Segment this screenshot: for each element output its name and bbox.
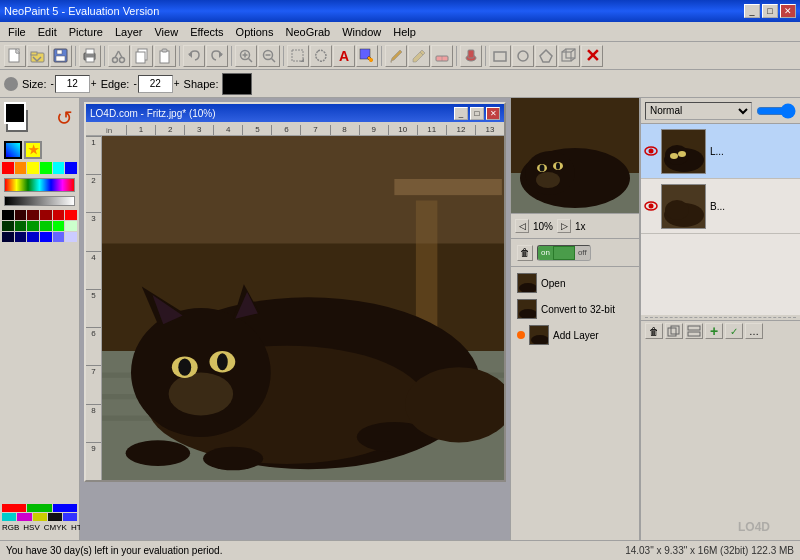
star-icon[interactable]: ★ [24, 141, 42, 159]
layer-more-btn[interactable]: … [745, 323, 763, 339]
foreground-color-swatch[interactable] [4, 102, 26, 124]
fill-button[interactable] [356, 45, 378, 67]
polygon-shape-button[interactable] [535, 45, 557, 67]
gray-spectrum[interactable] [4, 196, 75, 206]
blend-mode-select[interactable]: Normal [645, 102, 752, 120]
copy-button[interactable] [131, 45, 153, 67]
rect-shape-button[interactable] [489, 45, 511, 67]
pencil-button[interactable] [408, 45, 430, 67]
open-button[interactable] [27, 45, 49, 67]
menu-options[interactable]: Options [230, 24, 280, 40]
pc-g2[interactable] [15, 221, 27, 231]
layer-item-1[interactable]: L... [641, 124, 800, 179]
palette-green[interactable] [40, 162, 52, 174]
pc-dg[interactable] [2, 221, 14, 231]
edge-input[interactable] [138, 75, 173, 93]
minimize-button[interactable]: _ [744, 4, 760, 18]
size-minus[interactable]: - [50, 78, 53, 89]
edge-minus[interactable]: - [133, 78, 136, 89]
pc-b3[interactable] [27, 232, 39, 242]
layer-eye-2[interactable] [643, 198, 659, 214]
layer-eye-1[interactable] [643, 143, 659, 159]
pc-black[interactable] [2, 210, 14, 220]
pc-red2[interactable] [27, 210, 39, 220]
menu-window[interactable]: Window [336, 24, 387, 40]
layer-op-open[interactable]: Open [515, 271, 635, 295]
print-button[interactable] [79, 45, 101, 67]
size-plus[interactable]: + [91, 78, 97, 89]
image-minimize[interactable]: _ [454, 107, 468, 120]
new-button[interactable] [4, 45, 26, 67]
zoom-out-button[interactable] [258, 45, 280, 67]
zoom-next[interactable]: ▷ [557, 219, 571, 233]
edge-plus[interactable]: + [174, 78, 180, 89]
pc-red5[interactable] [65, 210, 77, 220]
layer-dup-btn[interactable] [665, 323, 683, 339]
size-input[interactable] [55, 75, 90, 93]
pc-lb[interactable] [65, 232, 77, 242]
shape-preview[interactable] [222, 73, 252, 95]
text-button[interactable]: A [333, 45, 355, 67]
zoom-in-button[interactable] [235, 45, 257, 67]
brush-small[interactable] [4, 77, 18, 91]
ellipse-shape-button[interactable] [512, 45, 534, 67]
palette-yellow[interactable] [27, 162, 39, 174]
menu-view[interactable]: View [148, 24, 184, 40]
close-button[interactable]: ✕ [780, 4, 796, 18]
pc-db[interactable] [2, 232, 14, 242]
layer-op-add[interactable]: Add Layer [515, 323, 635, 347]
menu-picture[interactable]: Picture [63, 24, 109, 40]
color-picker-icon[interactable] [4, 141, 22, 159]
layer-add-btn[interactable]: + [705, 323, 723, 339]
menu-neograb[interactable]: NeoGrab [280, 24, 337, 40]
color-spectrum[interactable] [4, 178, 75, 192]
pc-lg[interactable] [65, 221, 77, 231]
box-3d-button[interactable] [558, 45, 580, 67]
menu-layer[interactable]: Layer [109, 24, 149, 40]
stamp-button[interactable] [460, 45, 482, 67]
pc-b2[interactable] [15, 232, 27, 242]
pc-b5[interactable] [53, 232, 65, 242]
toggle-slider[interactable] [553, 246, 575, 260]
image-maximize[interactable]: □ [470, 107, 484, 120]
menu-help[interactable]: Help [387, 24, 422, 40]
pc-darkred[interactable] [15, 210, 27, 220]
palette-blue[interactable] [65, 162, 77, 174]
pc-g3[interactable] [27, 221, 39, 231]
brush-button[interactable] [385, 45, 407, 67]
layer-merge-btn[interactable] [685, 323, 703, 339]
eraser-button[interactable] [431, 45, 453, 67]
layer-delete-icon[interactable]: 🗑 [517, 245, 533, 261]
layer-delete-btn[interactable]: 🗑 [645, 323, 663, 339]
redo-button[interactable] [206, 45, 228, 67]
layer-visibility-toggle[interactable]: on off [537, 245, 591, 261]
color-swap-icon[interactable]: ↺ [56, 106, 73, 130]
pc-g5[interactable] [53, 221, 65, 231]
pc-b4[interactable] [40, 232, 52, 242]
paste-button[interactable] [154, 45, 176, 67]
image-title-controls[interactable]: _ □ ✕ [454, 107, 500, 120]
pc-red3[interactable] [40, 210, 52, 220]
menu-file[interactable]: File [2, 24, 32, 40]
undo-button[interactable] [183, 45, 205, 67]
opacity-slider[interactable] [756, 107, 796, 115]
pc-g4[interactable] [40, 221, 52, 231]
palette-red[interactable] [2, 162, 14, 174]
pc-red4[interactable] [53, 210, 65, 220]
cut-button[interactable] [108, 45, 130, 67]
canvas[interactable] [102, 136, 504, 480]
menu-edit[interactable]: Edit [32, 24, 63, 40]
palette-cyan[interactable] [53, 162, 65, 174]
select-rect-button[interactable] [287, 45, 309, 67]
title-bar-controls[interactable]: _ □ ✕ [744, 4, 796, 18]
zoom-prev[interactable]: ◁ [515, 219, 529, 233]
layer-item-2[interactable]: B... [641, 179, 800, 234]
save-button[interactable] [50, 45, 72, 67]
maximize-button[interactable]: □ [762, 4, 778, 18]
menu-effects[interactable]: Effects [184, 24, 229, 40]
select-lasso-button[interactable] [310, 45, 332, 67]
layer-op-convert[interactable]: Convert to 32-bit [515, 297, 635, 321]
layer-ok-btn[interactable]: ✓ [725, 323, 743, 339]
image-close[interactable]: ✕ [486, 107, 500, 120]
close-button-tb[interactable]: ✕ [581, 45, 603, 67]
